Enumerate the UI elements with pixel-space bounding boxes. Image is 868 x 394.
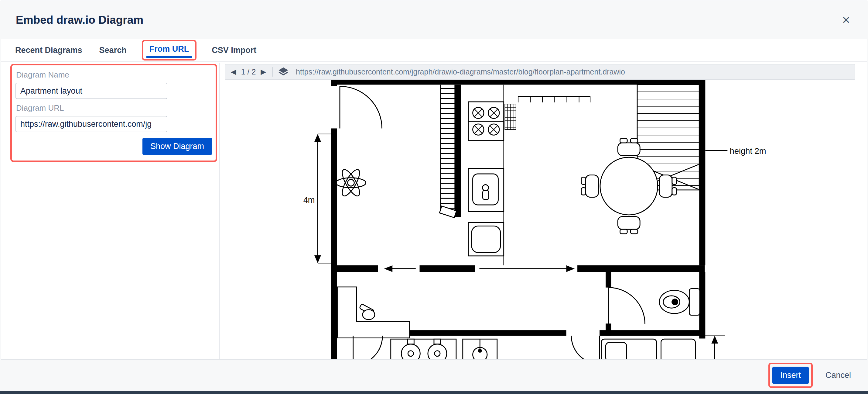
diagram-url-label: Diagram URL [16,103,211,113]
dialog-title: Embed draw.io Diagram [16,14,143,26]
diagram-url-input[interactable] [16,116,167,132]
annotation-box-form: Diagram Name Diagram URL Show Diagram [10,64,217,162]
tab-recent-diagrams[interactable]: Recent Diagrams [13,45,84,55]
height-2m-label: height 2m [730,146,766,156]
insert-button[interactable]: Insert [772,367,809,384]
diagram-name-label: Diagram Name [16,70,211,80]
tab-bar: Recent Diagrams Search From URL CSV Impo… [1,39,867,62]
dimension-4m-label: 4m [303,195,315,205]
diagram-source-url: https://raw.githubusercontent.com/jgraph… [296,67,625,76]
tab-search[interactable]: Search [97,45,128,55]
diagram-name-input[interactable] [16,83,167,99]
next-page-icon[interactable]: ▶ [260,68,267,76]
tab-csv-import[interactable]: CSV Import [210,45,258,55]
page-indicator: 1 / 2 [241,67,256,76]
annotation-box-from-url: From URL [142,40,197,60]
previous-page-icon[interactable]: ◀ [230,68,237,76]
diagram-preview: 4m height 2m [220,80,867,359]
preview-toolbar: ◀ 1 / 2 ▶ https://raw.githubusercontent.… [225,64,855,80]
floorplan-fixtures [314,85,727,359]
dialog-footer: Insert Cancel [1,359,867,391]
show-diagram-row: Show Diagram [16,138,212,155]
show-diagram-button[interactable]: Show Diagram [143,138,212,155]
from-url-panel: Diagram Name Diagram URL Show Diagram [1,63,220,359]
floorplan-drawing: 4m height 2m [302,80,778,359]
close-icon[interactable]: ✕ [840,15,852,26]
layers-icon[interactable] [278,66,288,77]
dialog-header: Embed draw.io Diagram ✕ [1,1,867,39]
cancel-button[interactable]: Cancel [824,370,853,380]
toolbar-divider [272,67,273,77]
tab-from-url[interactable]: From URL [148,44,191,54]
active-tab-underline [146,56,192,58]
annotation-box-insert: Insert [768,363,813,388]
window-bottom-edge [0,391,868,394]
